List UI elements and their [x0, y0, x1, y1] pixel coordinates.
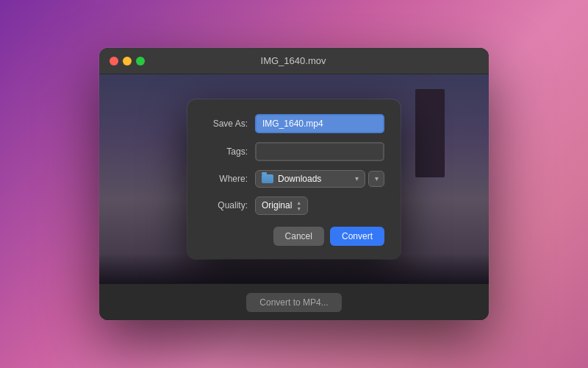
where-label: Where: — [204, 174, 248, 184]
convert-to-mp4-button[interactable]: Convert to MP4... — [246, 293, 341, 312]
dialog-buttons: Cancel Convert — [204, 227, 384, 246]
convert-button[interactable]: Convert — [330, 227, 384, 246]
arrow-down-icon: ▼ — [296, 206, 301, 211]
where-expand-button[interactable]: ▾ — [368, 171, 384, 187]
quality-value: Original — [262, 200, 292, 210]
where-select-wrapper: Downloads ▾ ▾ — [255, 170, 384, 188]
quality-row: Quality: Original ▲ ▼ — [204, 197, 384, 215]
save-dialog: Save As: Tags: Where: Downloads ▾ — [187, 99, 401, 259]
quality-select[interactable]: Original ▲ ▼ — [255, 197, 308, 215]
window-title: IMG_1640.mov — [108, 55, 478, 66]
save-as-input[interactable] — [255, 114, 384, 133]
folder-icon — [262, 174, 273, 183]
bottom-bar: Convert to MP4... — [99, 283, 489, 320]
save-as-row: Save As: — [204, 114, 384, 133]
where-value: Downloads — [278, 174, 321, 184]
tags-row: Tags: — [204, 142, 384, 161]
window-content: Save As: Tags: Where: Downloads ▾ — [99, 74, 489, 283]
mac-window: IMG_1640.mov Save As: Tags: — [99, 48, 489, 320]
chevron-down-icon: ▾ — [375, 174, 379, 183]
where-chevron-down: ▾ — [355, 174, 359, 183]
tags-label: Tags: — [204, 146, 248, 157]
where-select[interactable]: Downloads ▾ — [255, 170, 365, 188]
cancel-button[interactable]: Cancel — [273, 227, 324, 246]
arrow-up-icon: ▲ — [296, 200, 301, 205]
quality-arrows: ▲ ▼ — [296, 200, 301, 211]
quality-label: Quality: — [204, 200, 248, 210]
tags-input[interactable] — [255, 142, 384, 161]
where-row: Where: Downloads ▾ ▾ — [204, 170, 384, 188]
save-as-label: Save As: — [204, 118, 248, 129]
dialog-overlay: Save As: Tags: Where: Downloads ▾ — [99, 74, 489, 283]
title-bar: IMG_1640.mov — [99, 48, 489, 74]
